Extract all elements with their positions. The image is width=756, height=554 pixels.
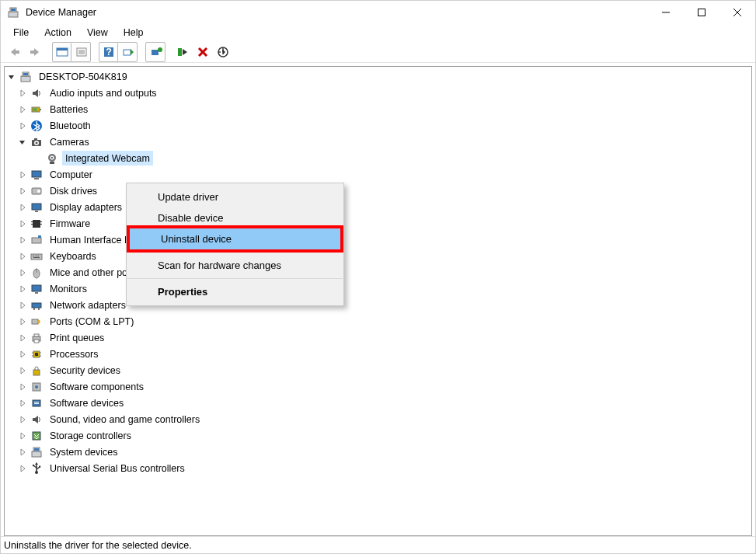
enable-button[interactable]: [173, 43, 192, 61]
ctx-disable-device[interactable]: Disable device: [127, 207, 343, 228]
update-button[interactable]: [146, 43, 165, 61]
maximize-button[interactable]: [684, 1, 719, 24]
menu-file[interactable]: File: [7, 26, 35, 40]
ctx-uninstall-device[interactable]: Uninstall device: [130, 228, 340, 249]
svg-point-19: [158, 47, 162, 52]
tree-node-firmware[interactable]: Firmware: [5, 215, 751, 232]
caret-closed-icon[interactable]: [19, 122, 30, 130]
caret-closed-icon[interactable]: [19, 106, 30, 113]
svg-rect-35: [34, 138, 37, 140]
menu-view[interactable]: View: [81, 26, 114, 40]
tree-node-cameras[interactable]: Cameras: [5, 134, 751, 150]
tree-node-integrated-webcam[interactable]: Integrated Webcam: [5, 150, 751, 166]
tree-node-ports-com-lpt-[interactable]: Ports (COM & LPT): [5, 313, 751, 329]
ctx-scan-hardware[interactable]: Scan for hardware changes: [127, 255, 343, 276]
tree-node-software-devices[interactable]: Software devices: [5, 395, 751, 411]
caret-open-icon[interactable]: [8, 73, 19, 81]
tree-node-mice-and-other-pointing-devices[interactable]: Mice and other pointing devices: [5, 264, 751, 280]
close-button[interactable]: [719, 1, 755, 24]
caret-open-icon[interactable]: [19, 138, 30, 146]
tree-node-sound-video-and-game-controllers[interactable]: Sound, video and game controllers: [5, 411, 751, 427]
svg-rect-27: [23, 73, 28, 75]
svg-rect-90: [39, 465, 40, 467]
tree-node-label: Keyboards: [47, 249, 99, 263]
caret-closed-icon[interactable]: [19, 465, 30, 472]
content-pane: DESKTOP-504K819Audio inputs and outputsB…: [1, 63, 755, 536]
caret-closed-icon[interactable]: [19, 236, 30, 244]
audio-icon: [30, 86, 44, 100]
display-icon: [30, 200, 44, 214]
minimize-button[interactable]: [648, 1, 684, 24]
caret-closed-icon[interactable]: [19, 334, 30, 342]
forward-button[interactable]: [26, 43, 44, 61]
device-tree: DESKTOP-504K819Audio inputs and outputsB…: [5, 67, 751, 478]
caret-closed-icon[interactable]: [19, 399, 30, 407]
caret-closed-icon[interactable]: [19, 318, 30, 326]
tree-node-network-adapters[interactable]: Network adapters: [5, 297, 751, 313]
caret-closed-icon[interactable]: [19, 253, 30, 260]
caret-closed-icon[interactable]: [19, 171, 30, 179]
scan-button[interactable]: [118, 43, 137, 61]
tree-node-print-queues[interactable]: Print queues: [5, 329, 751, 346]
tree-node-keyboards[interactable]: Keyboards: [5, 248, 751, 264]
menu-help[interactable]: Help: [117, 26, 150, 40]
storage-icon: [30, 429, 44, 443]
tree-node-disk-drives[interactable]: Disk drives: [5, 183, 751, 199]
caret-closed-icon[interactable]: [19, 367, 30, 375]
menu-action[interactable]: Action: [38, 26, 78, 40]
caret-closed-icon[interactable]: [19, 383, 30, 391]
tree-node-label: Software devices: [47, 395, 127, 410]
tree-node-label: Software components: [47, 379, 147, 394]
caret-closed-icon[interactable]: [19, 448, 30, 456]
help-button[interactable]: ?: [99, 43, 118, 61]
tree-node-computer[interactable]: Computer: [5, 166, 751, 183]
titlebar: Device Manager: [1, 1, 755, 24]
caret-closed-icon[interactable]: [19, 432, 30, 440]
tree-node-monitors[interactable]: Monitors: [5, 280, 751, 297]
ctx-properties[interactable]: Properties: [127, 281, 343, 302]
tree-node-processors[interactable]: Processors: [5, 346, 751, 362]
tree-root[interactable]: DESKTOP-504K819: [5, 68, 751, 85]
tree-node-display-adapters[interactable]: Display adapters: [5, 199, 751, 215]
tree-node-audio-inputs-and-outputs[interactable]: Audio inputs and outputs: [5, 85, 751, 101]
tree-node-system-devices[interactable]: System devices: [5, 444, 751, 460]
properties-button[interactable]: [71, 43, 90, 61]
back-button[interactable]: [5, 43, 24, 61]
tree-node-bluetooth[interactable]: Bluetooth: [5, 117, 751, 134]
tree-node-universal-serial-bus-controllers[interactable]: Universal Serial Bus controllers: [5, 460, 751, 476]
print-icon: [30, 331, 44, 345]
svg-rect-82: [32, 451, 41, 457]
svg-rect-52: [38, 235, 41, 238]
svg-rect-70: [35, 353, 38, 356]
ctx-update-driver[interactable]: Update driver: [127, 186, 343, 207]
tree-node-storage-controllers[interactable]: Storage controllers: [5, 427, 751, 444]
caret-closed-icon[interactable]: [19, 416, 30, 423]
caret-closed-icon[interactable]: [19, 204, 30, 211]
svg-rect-41: [34, 178, 39, 179]
caret-closed-icon[interactable]: [19, 187, 30, 195]
caret-closed-icon[interactable]: [19, 285, 30, 293]
caret-closed-icon[interactable]: [19, 220, 30, 228]
disable-button[interactable]: [214, 43, 232, 61]
mouse-icon: [30, 266, 44, 280]
svg-rect-53: [31, 254, 42, 260]
svg-point-38: [51, 157, 53, 159]
caret-closed-icon[interactable]: [19, 301, 30, 309]
uninstall-button[interactable]: [193, 43, 212, 61]
sound-icon: [30, 413, 44, 427]
caret-closed-icon[interactable]: [19, 269, 30, 277]
svg-rect-10: [57, 48, 68, 51]
caret-closed-icon[interactable]: [19, 350, 30, 358]
tree-node-label: Batteries: [47, 102, 91, 117]
caret-closed-icon[interactable]: [19, 89, 30, 97]
show-hide-tree-button[interactable]: [53, 43, 71, 61]
app-icon: [7, 6, 19, 19]
tree-node-batteries[interactable]: Batteries: [5, 101, 751, 117]
tree-node-security-devices[interactable]: Security devices: [5, 362, 751, 378]
webcam-icon: [45, 152, 59, 166]
tree-node-human-interface-devices[interactable]: Human Interface Devices: [5, 232, 751, 248]
tree-node-software-components[interactable]: Software components: [5, 378, 751, 395]
svg-rect-25: [21, 76, 30, 82]
disk-icon: [30, 184, 44, 198]
svg-rect-61: [35, 292, 38, 294]
